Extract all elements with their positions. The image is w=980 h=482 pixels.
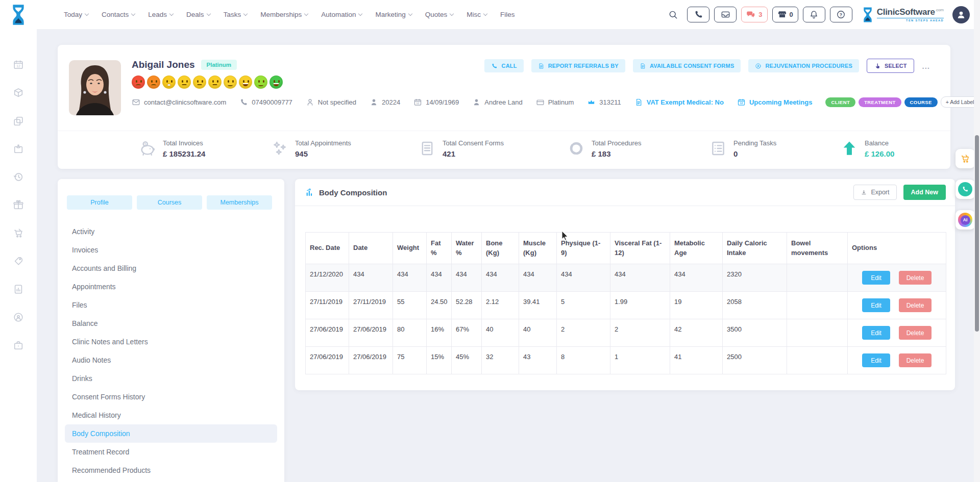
column-header-bone-kg-[interactable]: Bone (Kg) [482, 233, 519, 264]
case-icon[interactable] [13, 340, 24, 351]
more-options-button[interactable]: ... [922, 62, 930, 70]
select-button[interactable]: SELECT [867, 59, 914, 73]
edit-button[interactable]: Edit [862, 353, 890, 367]
column-header-bowel-movements[interactable]: Bowel movements [787, 233, 848, 264]
gift-icon[interactable] [13, 199, 24, 211]
tags-icon[interactable] [13, 256, 24, 267]
brand-logo[interactable]: ClinicSoftware.com TEN STEPS AHEAD [861, 7, 944, 23]
column-header-water-[interactable]: Water % [452, 233, 482, 264]
column-header-muscle-kg-[interactable]: Muscle (Kg) [519, 233, 557, 264]
column-header-visceral-fat-1-12-[interactable]: Visceral Fat (1-12) [610, 233, 670, 264]
ai-assistant-button[interactable]: AI [955, 210, 975, 230]
sidebar-item-consent-forms-history[interactable]: Consent Forms History [65, 388, 277, 406]
report-referrals-button[interactable]: REPORT REFERRALS BY [531, 59, 625, 72]
tab-memberships[interactable]: Memberships [207, 195, 272, 210]
dialer-button[interactable] [687, 7, 709, 22]
nav-item-marketing[interactable]: Marketing [375, 11, 411, 18]
bag-icon[interactable] [13, 143, 24, 155]
calendar-icon[interactable]: 12 [13, 59, 24, 70]
call-button[interactable]: CALL [484, 59, 523, 72]
column-header-options[interactable]: Options [848, 233, 946, 264]
nav-item-automation[interactable]: Automation [321, 11, 362, 18]
mood-emoji-9[interactable] [254, 75, 267, 89]
nav-item-deals[interactable]: Deals [186, 11, 210, 18]
nav-item-quotes[interactable]: Quotes [425, 11, 454, 18]
cart-icon[interactable] [13, 227, 24, 239]
scrollbar-thumb[interactable] [975, 135, 979, 332]
export-button[interactable]: Export [853, 185, 896, 200]
nav-item-tasks[interactable]: Tasks [224, 11, 248, 18]
delete-button[interactable]: Delete [899, 271, 932, 285]
add-new-button[interactable]: Add New [903, 185, 946, 200]
mood-emoji-2[interactable] [147, 75, 160, 89]
label-badge-client[interactable]: CLIENT [825, 97, 855, 107]
report-icon[interactable] [13, 284, 24, 295]
column-header-rec-date[interactable]: Rec. Date [306, 233, 349, 264]
sidebar-item-invoices[interactable]: Invoices [65, 241, 277, 259]
mood-emoji-10[interactable] [270, 75, 283, 89]
rejuvenation-button[interactable]: REJUVENATION PROCEDURES [748, 59, 859, 72]
client-detail-2[interactable]: Not specified [306, 98, 356, 107]
nav-item-memberships[interactable]: Memberships [260, 11, 308, 18]
tab-profile[interactable]: Profile [67, 195, 132, 210]
mood-emoji-6[interactable] [208, 75, 222, 89]
inbox-button[interactable] [714, 7, 737, 22]
delete-button[interactable]: Delete [899, 326, 932, 340]
sidebar-item-balance[interactable]: Balance [65, 314, 277, 333]
edit-button[interactable]: Edit [862, 326, 890, 340]
mood-emoji-4[interactable] [178, 75, 191, 89]
mood-emoji-7[interactable] [224, 75, 237, 89]
column-header-physique-1-9-[interactable]: Physique (1-9) [557, 233, 610, 264]
column-header-daily-caloric-intake[interactable]: Daily Caloric Intake [723, 233, 787, 264]
app-logo[interactable] [0, 0, 37, 29]
nav-item-today[interactable]: Today [64, 11, 88, 18]
shop-widget-button[interactable] [955, 149, 975, 168]
delete-button[interactable]: Delete [899, 298, 932, 312]
call-widget-button[interactable] [955, 180, 975, 199]
client-detail-9[interactable]: 12Upcoming Meetings [737, 98, 813, 107]
sidebar-item-files[interactable]: Files [65, 296, 277, 314]
sidebar-item-clinic-notes-and-letters[interactable]: Clinic Notes and Letters [65, 333, 277, 351]
sidebar-item-audio-notes[interactable]: Audio Notes [65, 351, 277, 369]
tab-courses[interactable]: Courses [137, 195, 202, 210]
column-header-date[interactable]: Date [349, 233, 393, 264]
notifications-button[interactable] [803, 7, 825, 22]
client-detail-0[interactable]: contact@clinicsoftware.com [132, 98, 226, 107]
nav-item-leads[interactable]: Leads [148, 11, 173, 18]
sidebar-item-recommended-products[interactable]: Recommended Products [65, 461, 277, 479]
chat-button[interactable]: 3 [741, 7, 767, 22]
label-badge-course[interactable]: COURSE [904, 97, 938, 107]
client-detail-3[interactable]: 20224 [370, 98, 400, 107]
client-detail-7[interactable]: 313211 [587, 98, 621, 107]
nav-item-files[interactable]: Files [500, 11, 515, 18]
client-detail-6[interactable]: Platinum [536, 98, 574, 107]
sidebar-item-body-composition[interactable]: Body Composition [65, 424, 277, 443]
edit-button[interactable]: Edit [862, 298, 890, 312]
mood-emoji-1[interactable] [132, 75, 145, 89]
mood-emoji-3[interactable] [162, 75, 176, 89]
sidebar-item-drinks[interactable]: Drinks [65, 369, 277, 388]
sidebar-item-accounts-and-billing[interactable]: Accounts and Billing [65, 259, 277, 277]
consent-forms-button[interactable]: AVAILABLE CONSENT FORMS [633, 59, 741, 72]
search-icon[interactable] [668, 10, 678, 20]
client-detail-1[interactable]: 07490009777 [239, 98, 292, 107]
sidebar-item-activity[interactable]: Activity [65, 222, 277, 241]
pos-button[interactable]: 0 [772, 7, 798, 22]
column-header-fat-[interactable]: Fat % [427, 233, 452, 264]
nav-item-contacts[interactable]: Contacts [102, 11, 135, 18]
client-detail-4[interactable]: 1214/09/1969 [413, 98, 459, 107]
delete-button[interactable]: Delete [899, 353, 932, 367]
user-avatar[interactable] [952, 6, 970, 23]
copy-icon[interactable] [13, 115, 24, 126]
column-header-weight[interactable]: Weight [393, 233, 427, 264]
history-icon[interactable] [13, 171, 24, 183]
mood-emoji-5[interactable] [193, 75, 206, 89]
help-button[interactable]: ? [830, 7, 852, 22]
cube-icon[interactable] [13, 87, 24, 98]
sidebar-item-medical-history[interactable]: Medical History [65, 406, 277, 424]
label-badge-treatment[interactable]: TREATMENT [859, 97, 901, 107]
edit-button[interactable]: Edit [862, 271, 890, 285]
client-photo[interactable] [69, 60, 121, 115]
client-detail-8[interactable]: VAT Exempt Medical: No [634, 98, 724, 107]
mood-emoji-8[interactable] [239, 75, 252, 89]
